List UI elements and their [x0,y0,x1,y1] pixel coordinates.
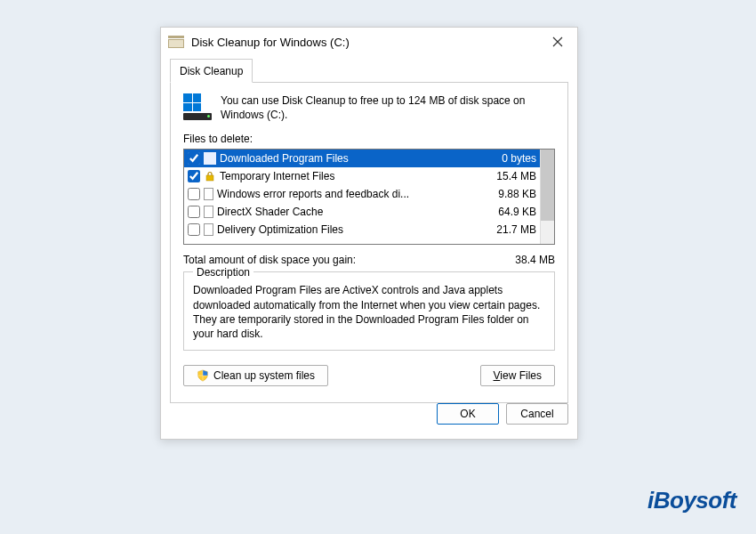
intro-text: You can use Disk Cleanup to free up to 1… [221,93,555,122]
list-item[interactable]: Delivery Optimization Files21.7 MB [184,221,540,239]
total-value: 38.4 MB [515,254,555,266]
doc-icon [204,223,213,236]
list-item[interactable]: DirectX Shader Cache64.9 KB [184,203,540,221]
file-checkbox[interactable] [188,152,200,165]
ok-button[interactable]: OK [437,403,499,425]
svg-rect-0 [206,175,213,181]
total-label: Total amount of disk space you gain: [183,254,515,266]
doc-icon [204,188,213,200]
scrollbar[interactable] [540,150,554,244]
files-listbox[interactable]: Downloaded Program Files0 bytesTemporary… [183,149,555,245]
file-label: Temporary Internet Files [220,170,476,182]
file-size: 21.7 MB [479,223,536,236]
file-label: Windows error reports and feedback di... [217,188,476,200]
clean-system-files-label: Clean up system files [213,369,315,382]
doc-icon [204,206,213,218]
drive-icon [183,93,212,122]
shield-icon [197,369,209,382]
file-label: DirectX Shader Cache [217,206,476,218]
file-label: Downloaded Program Files [220,152,476,165]
watermark-logo: iBoysoft [647,487,736,514]
titlebar: Disk Cleanup for Windows (C:) [161,28,577,56]
list-item[interactable]: Temporary Internet Files15.4 MB [184,167,540,185]
window-title: Disk Cleanup for Windows (C:) [191,36,538,49]
description-text: Downloaded Program Files are ActiveX con… [193,283,545,341]
tab-content: You can use Disk Cleanup to free up to 1… [170,82,568,403]
view-files-label: View Files [494,369,542,382]
file-size: 64.9 KB [479,206,536,218]
file-label: Delivery Optimization Files [217,223,476,236]
description-heading: Description [193,266,253,279]
files-label: Files to delete: [183,133,555,145]
view-files-button[interactable]: View Files [480,365,555,386]
clean-system-files-button[interactable]: Clean up system files [183,365,328,386]
file-checkbox[interactable] [188,188,200,200]
lock-icon [204,170,216,182]
tab-disk-cleanup[interactable]: Disk Cleanup [170,59,253,83]
file-checkbox[interactable] [188,223,200,236]
disk-cleanup-dialog: Disk Cleanup for Windows (C:) Disk Clean… [160,27,578,440]
file-checkbox[interactable] [188,170,200,182]
cancel-button[interactable]: Cancel [506,403,568,425]
folder-icon [204,152,216,165]
description-group: Description Downloaded Program Files are… [183,271,555,351]
tabs: Disk Cleanup [170,58,568,82]
close-icon [552,36,563,47]
list-item[interactable]: Windows error reports and feedback di...… [184,185,540,203]
disk-cleanup-icon [168,34,184,50]
file-size: 9.88 KB [479,188,536,200]
file-size: 0 bytes [479,152,536,165]
file-checkbox[interactable] [188,206,200,218]
close-button[interactable] [538,28,577,56]
list-item[interactable]: Downloaded Program Files0 bytes [184,150,540,167]
file-size: 15.4 MB [479,170,536,182]
